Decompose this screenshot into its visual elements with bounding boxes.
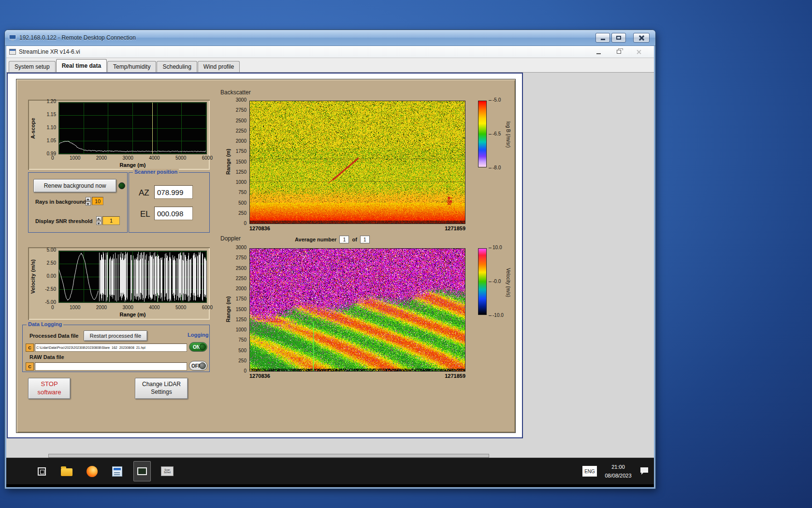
tick-label: 2750 — [236, 108, 246, 113]
tick-label: 0 — [51, 305, 54, 310]
rays-spinner[interactable] — [86, 197, 91, 206]
tick-label: 500 — [238, 348, 246, 353]
tick-label: 1250 — [236, 317, 246, 322]
tick-label: 1.20 — [47, 99, 56, 104]
app-restore-button[interactable] — [613, 48, 624, 56]
screen-edge — [6, 484, 654, 487]
azimuth-field[interactable] — [154, 185, 193, 199]
firefox-icon[interactable] — [83, 461, 101, 481]
tick-label: 5000 — [175, 305, 186, 310]
backscatter-colorbar — [478, 101, 487, 167]
elevation-label: EL — [140, 209, 150, 219]
file-explorer-icon[interactable] — [58, 461, 75, 481]
app-window-glyph — [137, 467, 147, 475]
backscatter-x-axis: 1270836 1271859 — [249, 225, 465, 231]
average-total-field[interactable]: 1 — [360, 236, 370, 243]
ascope-plot-frame: A-scope 1.201.151.101.050.99 01000200030… — [28, 100, 210, 170]
app-close-button[interactable] — [634, 48, 644, 56]
azimuth-label: AZ — [139, 188, 149, 198]
rdp-maximize-button[interactable] — [611, 33, 626, 43]
taskbar-icons: Scan Sched — [33, 458, 176, 484]
close-icon — [637, 49, 641, 54]
tick-label: -10.0 — [489, 313, 504, 318]
tick-label: 4000 — [149, 305, 160, 310]
rays-in-background-field[interactable] — [92, 197, 103, 205]
tick-label: 2750 — [236, 255, 246, 260]
tick-label: 1.15 — [47, 112, 56, 117]
raw-data-file-label: RAW Data file — [29, 354, 64, 360]
taskbar-clock[interactable]: 21:00 08/08/2023 — [601, 463, 636, 480]
raw-file-row: C — [26, 362, 187, 371]
tick-label: 250 — [238, 359, 246, 363]
tick-label: -5.0 — [489, 98, 501, 103]
doppler-x-start: 1270836 — [249, 373, 270, 379]
restart-processed-file-button[interactable]: Restart processed file — [84, 330, 147, 341]
notification-icon[interactable] — [639, 466, 649, 477]
ascope-y-ticks: 1.201.151.101.050.99 — [39, 99, 56, 156]
document-app-glyph — [112, 466, 122, 477]
background-controls-group: Renew background now Rays in background … — [28, 172, 128, 233]
renew-background-button[interactable]: Renew background now — [33, 179, 116, 193]
data-logging-title: Data Logging — [27, 321, 63, 327]
tick-label: 1500 — [236, 307, 246, 312]
app-minimize-button[interactable] — [593, 48, 604, 56]
tick-label: 1000 — [236, 328, 246, 332]
language-indicator[interactable]: ENG — [582, 466, 597, 477]
stop-software-button[interactable]: STOP software — [28, 378, 71, 399]
drive-icon[interactable]: C — [26, 344, 34, 352]
task-view-icon[interactable] — [33, 461, 50, 481]
snr-spinner[interactable] — [96, 216, 102, 225]
minimize-icon — [596, 53, 601, 54]
decrement-icon[interactable] — [86, 202, 91, 206]
processed-file-row: C — [26, 344, 187, 352]
app-window-title: StreamLine XR v14-6.vi — [19, 48, 593, 55]
backscatter-heatmap — [250, 101, 465, 224]
processed-logging-toggle[interactable]: ON — [189, 342, 207, 352]
velocity-plot — [58, 251, 207, 303]
rdp-close-button[interactable] — [633, 33, 650, 43]
raw-logging-toggle[interactable]: OFF — [189, 361, 207, 371]
backscatter-x-start: 1270836 — [249, 225, 270, 231]
raw-file-path-field[interactable] — [35, 362, 187, 371]
rdp-titlebar[interactable]: 192.168.0.122 - Remote Desktop Connectio… — [5, 30, 655, 46]
average-number-row: Average number 1 of 1 — [295, 236, 370, 243]
tick-label: 10.0 — [489, 245, 504, 250]
decrement-icon[interactable] — [96, 221, 102, 225]
tick-label: 1750 — [236, 297, 246, 301]
streamline-app-icon[interactable] — [133, 461, 151, 481]
elevation-field[interactable] — [154, 207, 193, 220]
doppler-x-end: 1271859 — [445, 373, 465, 379]
tick-label: -8.0 — [489, 165, 501, 170]
app-icon-blue[interactable] — [108, 461, 126, 481]
tick-label: 2000 — [236, 139, 246, 144]
scan-scheduler-icon[interactable]: Scan Sched — [159, 461, 176, 481]
app-titlebar[interactable]: StreamLine XR v14-6.vi — [6, 46, 654, 58]
tick-label: 3000 — [123, 305, 133, 310]
tab-wind-profile[interactable]: Wind profile — [198, 61, 240, 72]
change-lidar-settings-button[interactable]: Change LiDAR Settings — [135, 378, 188, 399]
velocity-x-ticks: 0100020003000400050006000 — [51, 305, 213, 310]
tab-system-setup[interactable]: System setup — [9, 61, 56, 72]
close-icon — [639, 35, 644, 41]
average-number-label: Average number — [295, 237, 336, 242]
tab-scheduling[interactable]: Scheduling — [157, 61, 197, 72]
rdp-minimize-button[interactable] — [595, 33, 610, 43]
backscatter-plot — [249, 101, 465, 224]
average-number-field[interactable]: 1 — [339, 236, 349, 243]
ascope-x-axis-label: Range (m) — [58, 162, 207, 168]
tab-real-time-data[interactable]: Real time data — [56, 59, 107, 72]
doppler-y-ticks: 3000275025002250200017501500125010007505… — [230, 245, 246, 374]
processed-file-path-field[interactable] — [35, 344, 187, 352]
tick-label: -6.5 — [489, 132, 501, 136]
increment-icon[interactable] — [96, 216, 102, 221]
restore-icon — [617, 50, 621, 54]
drive-icon[interactable]: C — [26, 362, 34, 371]
front-panel: A-scope 1.201.151.101.050.99 01000200030… — [16, 79, 516, 433]
rdp-window-title: 192.168.0.122 - Remote Desktop Connectio… — [19, 34, 595, 41]
horizontal-scrollbar[interactable] — [48, 454, 489, 458]
minimize-icon — [601, 39, 605, 40]
tick-label: -5.00 — [45, 300, 56, 305]
snr-threshold-field[interactable] — [102, 216, 120, 225]
increment-icon[interactable] — [86, 197, 91, 201]
tab-temp-humidity[interactable]: Temp/humidity — [107, 61, 156, 72]
